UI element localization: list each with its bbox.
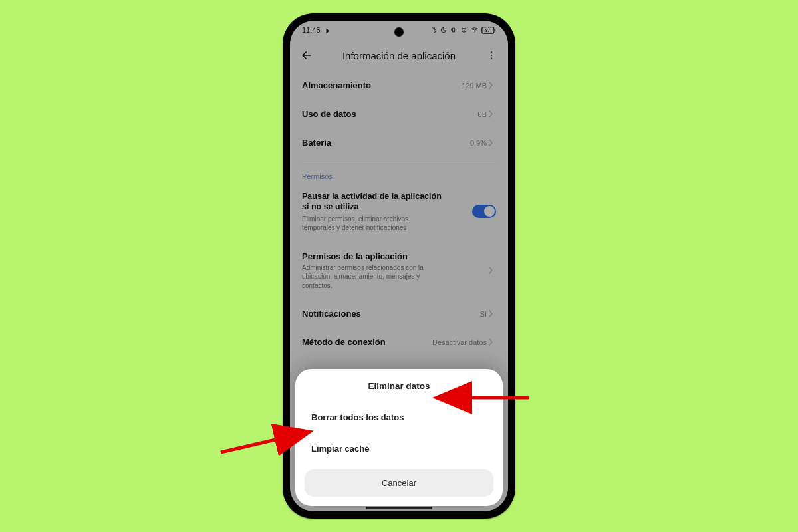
bottom-sheet-clear-data: Eliminar datos Borrar todos los datos Li… [295, 369, 503, 506]
screen: 11:45 87 Información de aplicación [290, 21, 508, 511]
gesture-bar[interactable] [366, 507, 432, 509]
sheet-title: Eliminar datos [305, 381, 493, 391]
option-clear-cache[interactable]: Limpiar caché [305, 433, 493, 464]
option-clear-all-data[interactable]: Borrar todos los datos [305, 402, 493, 433]
cancel-button[interactable]: Cancelar [305, 469, 493, 497]
camera-punch-hole [394, 27, 404, 37]
phone-frame: 11:45 87 Información de aplicación [283, 13, 515, 519]
